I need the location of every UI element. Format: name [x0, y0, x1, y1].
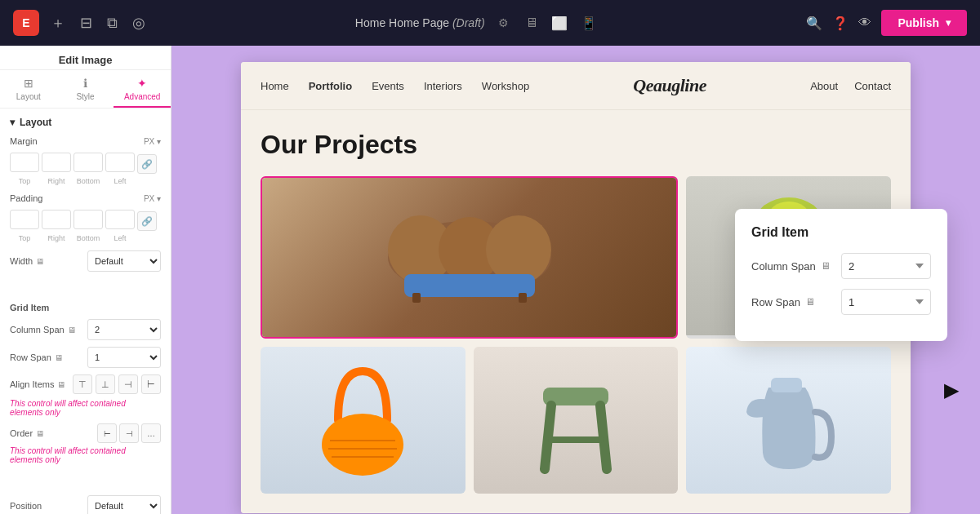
row-span-monitor-icon: 🖥	[55, 353, 63, 362]
padding-bottom[interactable]	[74, 210, 103, 229]
col-span-monitor-icon: 🖥	[68, 326, 76, 335]
popup-column-span-select[interactable]: 2 1 3	[841, 253, 931, 279]
order-start-btn[interactable]: ⊢	[97, 423, 117, 443]
svg-rect-6	[519, 293, 527, 303]
position-select[interactable]: Default	[87, 495, 161, 514]
padding-unit[interactable]: PX ▾	[144, 194, 161, 203]
align-items-row: Align Items 🖥 ⊤ ⊥ ⊣ ⊢	[10, 374, 161, 394]
grid-cell-stool[interactable]	[474, 347, 679, 494]
column-span-label: Column Span 🖥	[10, 325, 76, 335]
tab-advanced[interactable]: ✦ Advanced	[114, 70, 171, 108]
padding-sub-labels: Top Right Bottom Left	[10, 234, 161, 242]
grid-cell-jug[interactable]	[686, 347, 891, 494]
nav-right: About Contact	[810, 80, 891, 92]
stool-svg	[527, 355, 625, 485]
width-monitor-icon: 🖥	[36, 257, 44, 266]
sofa-svg	[372, 205, 568, 311]
layout-section: ▾ Layout Margin PX ▾ 🔗 Top Right	[0, 109, 171, 286]
settings-icon[interactable]: ⚙	[498, 16, 509, 29]
chat-icon[interactable]: ◎	[129, 11, 149, 35]
tab-style[interactable]: ℹ Style	[57, 70, 114, 108]
row-span-row: Row Span 🖥 1	[10, 347, 161, 368]
site-logo: Qeaugline	[529, 75, 810, 96]
align-hint: This control will affect contained eleme…	[10, 399, 161, 417]
nav-contact[interactable]: Contact	[854, 80, 891, 92]
align-bottom-btn[interactable]: ⊣	[118, 374, 138, 394]
popup-column-span-row: Column Span 🖥 2 1 3	[751, 253, 931, 279]
nav-workshop[interactable]: Workshop	[482, 80, 529, 92]
add-icon[interactable]: ＋	[47, 10, 69, 36]
margin-link-btn[interactable]: 🔗	[137, 154, 157, 174]
search-icon[interactable]: 🔍	[806, 16, 822, 31]
padding-right[interactable]	[42, 210, 71, 229]
column-span-select[interactable]: 2	[87, 319, 161, 340]
desktop-icon[interactable]: 🖥	[522, 12, 541, 33]
pad-sub-left: Left	[105, 234, 135, 242]
width-label: Width 🖥	[10, 256, 44, 266]
page-status: Home Page (Draft)	[389, 16, 485, 29]
sub-bottom: Bottom	[74, 177, 103, 185]
grid-item-title: Grid Item	[10, 303, 161, 312]
margin-left[interactable]	[105, 153, 135, 172]
sub-right: Right	[42, 177, 71, 185]
order-label: Order 🖥	[10, 428, 44, 438]
eye-icon[interactable]: 👁	[858, 16, 871, 30]
order-end-btn[interactable]: ⊣	[119, 423, 139, 443]
top-bar: E ＋ ⊟ ⧉ ◎ Home Home Page (Draft) ⚙ 🖥 ⬜ 📱…	[0, 0, 980, 46]
margin-row: Margin PX ▾	[10, 136, 161, 146]
publish-button[interactable]: Publish ▾	[881, 10, 967, 36]
popup-row-span-select[interactable]: 1 2 3	[841, 289, 931, 315]
grid-cell-basket[interactable]	[261, 347, 466, 494]
nav-interiors[interactable]: Interiors	[424, 80, 462, 92]
tablet-icon[interactable]: ⬜	[548, 12, 571, 34]
popup-row-span-label: Row Span 🖥	[751, 296, 815, 308]
margin-right[interactable]	[42, 153, 71, 172]
style-tab-label: Style	[76, 92, 94, 101]
cursor-arrow: ▶	[944, 379, 959, 401]
jug-svg	[740, 355, 838, 485]
pad-sub-bottom: Bottom	[74, 234, 103, 242]
grid-cell-sofa[interactable]: ＋ ⠿ ✕	[261, 176, 678, 339]
svg-rect-4	[404, 274, 535, 297]
basket-image	[261, 347, 466, 494]
help-icon[interactable]: ❓	[832, 16, 849, 31]
margin-unit[interactable]: PX ▾	[144, 137, 161, 146]
width-select[interactable]: Default	[87, 250, 161, 272]
elementor-logo[interactable]: E	[13, 10, 39, 36]
margin-top[interactable]	[10, 153, 39, 172]
order-more-btn[interactable]: …	[141, 423, 161, 443]
stool-image	[474, 347, 679, 494]
padding-left[interactable]	[105, 210, 135, 229]
tab-layout[interactable]: ⊞ Layout	[0, 70, 57, 108]
margin-bottom[interactable]	[74, 153, 103, 172]
panel-header: Edit Image	[0, 46, 171, 70]
position-section: Position Default Z-Index 🖥 CSS ID 🗑	[0, 487, 171, 514]
nav-portfolio[interactable]: Portfolio	[309, 80, 352, 92]
layers-icon[interactable]: ⊟	[77, 11, 96, 35]
section-arrow: ▾	[10, 117, 15, 128]
structure-icon[interactable]: ⧉	[104, 11, 121, 35]
style-tab-icon: ℹ	[83, 77, 87, 90]
padding-link-btn[interactable]: 🔗	[137, 211, 157, 231]
svg-rect-17	[771, 378, 802, 392]
basket-svg	[314, 355, 412, 485]
row-span-select[interactable]: 1	[87, 347, 161, 368]
align-top-btn[interactable]: ⊤	[73, 374, 92, 394]
sub-top: Top	[10, 177, 39, 185]
align-icons: ⊤ ⊥ ⊣ ⊢	[73, 374, 161, 394]
mobile-icon[interactable]: 📱	[577, 12, 600, 34]
nav-about[interactable]: About	[810, 80, 838, 92]
svg-rect-5	[412, 293, 421, 303]
nav-links: Home Portfolio Events Interiors Workshop	[261, 80, 529, 92]
align-stretch-btn[interactable]: ⊢	[141, 374, 161, 394]
position-label: Position	[10, 501, 42, 511]
order-hint: This control will affect contained eleme…	[10, 446, 161, 464]
padding-top[interactable]	[10, 210, 39, 229]
padding-label: Padding	[10, 193, 42, 203]
viewport-icons: 🖥 ⬜ 📱	[522, 12, 600, 34]
align-center-btn[interactable]: ⊥	[96, 374, 115, 394]
position-row: Position Default	[10, 495, 161, 514]
nav-events[interactable]: Events	[372, 80, 404, 92]
margin-label: Margin	[10, 136, 38, 146]
nav-home[interactable]: Home	[261, 80, 289, 92]
